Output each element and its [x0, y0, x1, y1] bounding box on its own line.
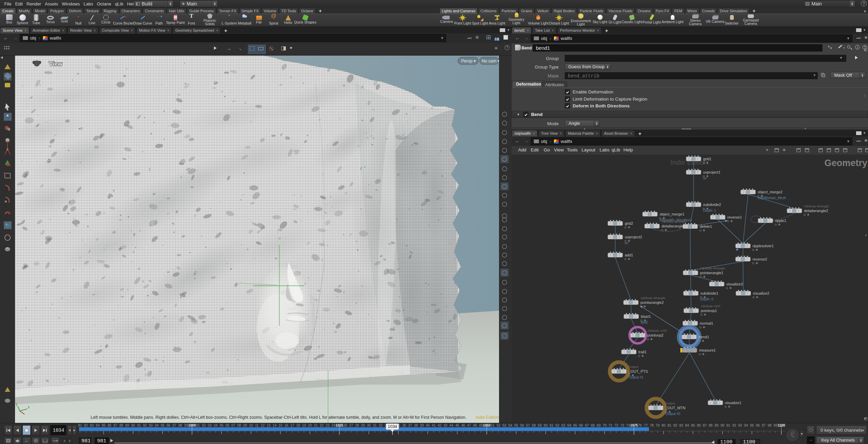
- svg-text:reverse1: reverse1: [727, 215, 742, 219]
- svg-text:55: 55: [514, 424, 518, 427]
- svg-text:View: View: [49, 61, 62, 67]
- svg-text:65: 65: [573, 424, 577, 427]
- svg-text:74: 74: [626, 424, 630, 427]
- svg-text:41: 41: [432, 424, 436, 427]
- svg-text:90: 90: [131, 424, 135, 427]
- svg-text:86: 86: [108, 424, 112, 427]
- svg-text:37: 37: [408, 424, 412, 427]
- svg-text:54: 54: [508, 424, 512, 427]
- svg-text:92: 92: [732, 424, 737, 427]
- svg-text:21: 21: [314, 424, 318, 427]
- svg-text:42: 42: [438, 424, 442, 427]
- svg-text:ripplesolver1: ripplesolver1: [753, 244, 774, 248]
- svg-text:uv: uv: [625, 241, 629, 245]
- svg-text:detailwrangle2: detailwrangle2: [804, 209, 828, 213]
- svg-text:67: 67: [585, 424, 589, 427]
- svg-text:04: 04: [214, 424, 218, 427]
- svg-text:93: 93: [149, 424, 153, 427]
- svg-text:56: 56: [520, 424, 524, 427]
- svg-text:78: 78: [650, 424, 654, 427]
- svg-text:1034: 1034: [388, 424, 397, 429]
- svg-text:44: 44: [449, 424, 453, 427]
- svg-text:03: 03: [208, 424, 212, 427]
- svg-text:Attribute VOP: Attribute VOP: [647, 329, 667, 332]
- svg-text:grid1: grid1: [703, 157, 711, 161]
- svg-text:32: 32: [379, 424, 383, 427]
- svg-text:87: 87: [703, 424, 707, 427]
- svg-text:Attribute VOP: Attribute VOP: [701, 304, 720, 308]
- svg-text:08: 08: [237, 424, 242, 427]
- svg-text:66: 66: [579, 424, 583, 427]
- svg-text:94: 94: [744, 424, 748, 427]
- svg-text:95: 95: [161, 424, 165, 427]
- svg-text:Output: Output: [665, 401, 675, 405]
- svg-text:90: 90: [720, 424, 725, 427]
- svg-text:Output #0: Output #0: [665, 412, 680, 416]
- svg-text:uv: uv: [703, 176, 707, 180]
- svg-text:84: 84: [685, 424, 689, 427]
- svg-text:13: 13: [267, 424, 271, 427]
- svg-text:01: 01: [196, 424, 200, 427]
- svg-text:85: 85: [102, 424, 106, 427]
- svg-text:97: 97: [762, 424, 766, 427]
- svg-text:71: 71: [608, 424, 613, 427]
- svg-text:20: 20: [308, 424, 312, 427]
- svg-text:61: 61: [549, 424, 554, 427]
- svg-text:40: 40: [426, 424, 430, 427]
- svg-text:24: 24: [331, 424, 336, 427]
- svg-text:tokill: tokill: [641, 321, 648, 324]
- svg-text:ripple1: ripple1: [775, 219, 786, 223]
- svg-text:73: 73: [620, 424, 624, 427]
- svg-text:89: 89: [125, 424, 129, 427]
- svg-text:98: 98: [768, 424, 772, 427]
- svg-text:76: 76: [638, 424, 642, 427]
- svg-text:subdivide1: subdivide1: [700, 291, 718, 295]
- svg-text:y: y: [16, 402, 17, 406]
- svg-text:43: 43: [444, 424, 448, 427]
- svg-text:detailwrangle1: detailwrangle1: [662, 224, 686, 228]
- svg-text:69: 69: [597, 424, 601, 427]
- svg-text:36: 36: [402, 424, 406, 427]
- svg-text:82: 82: [84, 424, 88, 427]
- svg-text:70: 70: [603, 424, 607, 427]
- svg-text:Indie Edition: Indie Edition: [476, 415, 499, 420]
- svg-text:27: 27: [349, 424, 353, 427]
- svg-text:object_merge1: object_merge1: [660, 212, 684, 216]
- svg-text:grid2: grid2: [625, 221, 633, 225]
- svg-text:49: 49: [479, 424, 483, 427]
- svg-text:87: 87: [113, 424, 118, 427]
- svg-text:Depth: 0: Depth: 0: [700, 297, 713, 301]
- svg-text:Attribute Wrangle: Attribute Wrangle: [640, 296, 665, 300]
- svg-text:bend1: bend1: [699, 335, 709, 339]
- svg-text:23: 23: [326, 424, 330, 427]
- svg-text:96: 96: [756, 424, 760, 427]
- svg-text:02: 02: [202, 424, 206, 427]
- svg-text:add1: add1: [625, 253, 633, 257]
- svg-text:80: 80: [662, 424, 666, 427]
- svg-text:68: 68: [591, 424, 595, 427]
- svg-text:47: 47: [467, 424, 471, 427]
- svg-text:reverse2: reverse2: [753, 257, 767, 261]
- svg-text:39: 39: [420, 424, 424, 427]
- svg-text:72: 72: [615, 424, 619, 427]
- svg-text:64: 64: [567, 424, 571, 427]
- svg-text:46: 46: [461, 424, 465, 427]
- svg-text:pointwrangle2: pointwrangle2: [640, 300, 664, 305]
- svg-text:53: 53: [502, 424, 507, 427]
- svg-text:object_merge2: object_merge2: [758, 190, 782, 194]
- svg-text:pointvop2: pointvop2: [647, 333, 664, 337]
- svg-text:38: 38: [414, 424, 418, 427]
- svg-text:91: 91: [137, 424, 141, 427]
- svg-text:Output #1: Output #1: [629, 375, 644, 379]
- svg-text:05: 05: [220, 424, 224, 427]
- svg-text:48: 48: [473, 424, 477, 427]
- svg-text:09: 09: [243, 424, 247, 427]
- svg-text:99: 99: [184, 424, 188, 427]
- svg-text:86: 86: [697, 424, 701, 427]
- svg-text:83: 83: [90, 424, 94, 427]
- svg-text:measure1: measure1: [699, 348, 716, 352]
- svg-text:79: 79: [656, 424, 660, 427]
- svg-text:95: 95: [750, 424, 754, 427]
- svg-text:81: 81: [78, 424, 82, 427]
- svg-text:14: 14: [273, 424, 277, 427]
